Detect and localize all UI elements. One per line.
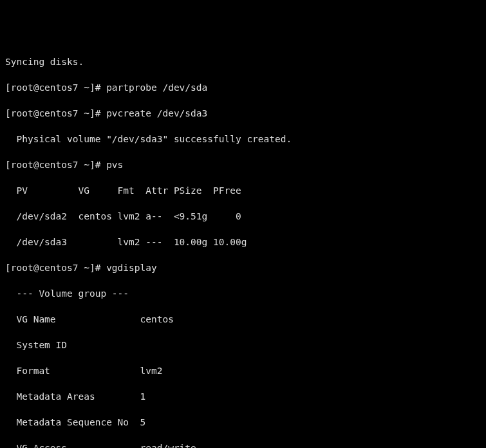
prompt-line: [root@centos7 ~]# pvcreate /dev/sda3 [5, 107, 481, 120]
output-line: Physical volume "/dev/sda3" successfully… [5, 133, 481, 145]
prompt-line: [root@centos7 ~]# pvs [5, 158, 481, 171]
prompt-line: [root@centos7 ~]# vgdisplay [5, 261, 481, 274]
pvs-header: PV VG Fmt Attr PSize PFree [5, 184, 481, 197]
vg-field: Metadata Areas 1 [5, 390, 481, 403]
pvs-row: /dev/sda3 lvm2 --- 10.00g 10.00g [5, 236, 481, 248]
vg-field: Metadata Sequence No 5 [5, 416, 481, 429]
prompt-line: [root@centos7 ~]# partprobe /dev/sda [5, 81, 481, 94]
pvs-row: /dev/sda2 centos lvm2 a-- <9.51g 0 [5, 210, 481, 223]
vg-field: Format lvm2 [5, 364, 481, 377]
vg-header: --- Volume group --- [5, 287, 481, 300]
vg-field: VG Name centos [5, 313, 481, 326]
vg-field: System ID [5, 339, 481, 351]
vg-field: VG Access read/write [5, 442, 481, 448]
output-line: Syncing disks. [5, 55, 481, 68]
